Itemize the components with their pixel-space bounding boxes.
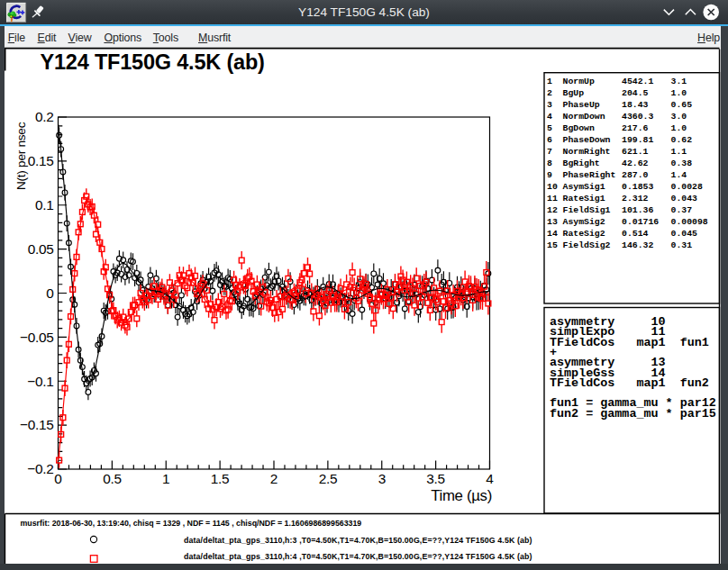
svg-text:RateSig1: RateSig1 xyxy=(563,194,605,204)
svg-text:3.1: 3.1 xyxy=(671,77,687,86)
svg-text:FieldSig2: FieldSig2 xyxy=(563,240,611,250)
svg-text:0.38: 0.38 xyxy=(671,158,693,168)
svg-text:−0.2: −0.2 xyxy=(27,461,53,476)
svg-text:3.5: 3.5 xyxy=(426,471,445,486)
svg-text:6: 6 xyxy=(547,135,552,145)
svg-text:2.312: 2.312 xyxy=(622,194,649,204)
svg-text:FieldSig1: FieldSig1 xyxy=(563,205,611,215)
svg-text:0.62: 0.62 xyxy=(671,135,693,145)
svg-text:4: 4 xyxy=(547,112,552,122)
svg-text:8: 8 xyxy=(547,158,552,168)
svg-text:fun2 = gamma_mu * par15: fun2 = gamma_mu * par15 xyxy=(550,407,716,421)
svg-text:0.045: 0.045 xyxy=(671,229,698,239)
svg-text:0.0028: 0.0028 xyxy=(671,182,703,192)
svg-text:−0.1: −0.1 xyxy=(27,374,53,389)
svg-text:5: 5 xyxy=(547,123,552,133)
svg-text:1: 1 xyxy=(547,77,552,86)
svg-text:146.32: 146.32 xyxy=(622,240,653,250)
svg-text:4: 4 xyxy=(486,471,494,486)
svg-text:0.05: 0.05 xyxy=(28,241,54,257)
svg-text:NormDown: NormDown xyxy=(563,112,605,122)
svg-text:0.37: 0.37 xyxy=(671,205,693,215)
svg-text:1.0: 1.0 xyxy=(671,123,687,133)
svg-text:4542.1: 4542.1 xyxy=(622,77,653,86)
svg-text:12: 12 xyxy=(547,205,558,215)
svg-text:0.1853: 0.1853 xyxy=(622,182,653,192)
svg-text:data/deltat_pta_gps_3110,h:3 ,: data/deltat_pta_gps_3110,h:3 ,T0=4.50K,T… xyxy=(184,536,532,545)
svg-text:Time (µs): Time (µs) xyxy=(431,487,492,504)
svg-text:0.01716: 0.01716 xyxy=(622,217,659,227)
svg-text:4360.3: 4360.3 xyxy=(622,112,653,122)
svg-text:1.4: 1.4 xyxy=(671,170,687,180)
svg-text:1.5: 1.5 xyxy=(211,471,230,486)
svg-text:BgDown: BgDown xyxy=(563,123,595,133)
svg-text:1.1: 1.1 xyxy=(671,147,687,157)
svg-text:3: 3 xyxy=(547,100,552,110)
svg-text:18.43: 18.43 xyxy=(622,100,649,110)
svg-text:BgRight: BgRight xyxy=(563,158,600,168)
svg-text:287.0: 287.0 xyxy=(622,170,649,180)
svg-text:TFieldCos map1 fun1: TFieldCos map1 fun1 xyxy=(550,336,709,349)
svg-text:data/deltat_pta_gps_3110,h:4 ,: data/deltat_pta_gps_3110,h:4 ,T0=4.50K,T… xyxy=(184,552,532,561)
svg-text:10: 10 xyxy=(547,182,558,192)
svg-text:14: 14 xyxy=(547,229,558,239)
svg-text:N(t) per nsec: N(t) per nsec xyxy=(14,122,28,190)
svg-text:2: 2 xyxy=(270,471,278,486)
svg-text:0.2: 0.2 xyxy=(35,109,54,124)
svg-text:13: 13 xyxy=(547,217,558,227)
svg-text:0.00098: 0.00098 xyxy=(671,217,708,227)
svg-text:621.1: 621.1 xyxy=(622,147,649,157)
svg-text:BgUp: BgUp xyxy=(563,88,585,98)
svg-text:3: 3 xyxy=(378,471,386,486)
svg-text:PhaseRight: PhaseRight xyxy=(563,170,616,180)
svg-text:0.1: 0.1 xyxy=(35,197,54,213)
svg-text:101.36: 101.36 xyxy=(622,205,653,215)
svg-text:42.62: 42.62 xyxy=(622,158,649,168)
svg-text:0.15: 0.15 xyxy=(28,153,54,168)
svg-text:199.81: 199.81 xyxy=(622,135,653,145)
svg-text:2: 2 xyxy=(547,88,552,98)
svg-text:0.31: 0.31 xyxy=(671,240,693,250)
svg-text:3.0: 3.0 xyxy=(671,112,687,122)
svg-text:2.5: 2.5 xyxy=(319,471,338,486)
svg-text:musrfit: 2018-06-30, 13:19:40,: musrfit: 2018-06-30, 13:19:40, chisq = 1… xyxy=(21,519,362,528)
svg-text:NormRight: NormRight xyxy=(563,147,611,157)
svg-text:0.65: 0.65 xyxy=(671,100,693,110)
svg-text:217.6: 217.6 xyxy=(622,123,649,133)
svg-text:0.514: 0.514 xyxy=(622,229,649,239)
svg-text:PhaseDown: PhaseDown xyxy=(563,135,611,145)
svg-text:AsymSig2: AsymSig2 xyxy=(563,217,605,227)
svg-text:0: 0 xyxy=(54,471,61,486)
svg-text:1.0: 1.0 xyxy=(671,88,687,98)
svg-text:NormUp: NormUp xyxy=(563,77,595,86)
svg-text:0.043: 0.043 xyxy=(671,194,698,204)
svg-text:1: 1 xyxy=(162,471,169,486)
svg-text:−0.15: −0.15 xyxy=(20,417,53,432)
svg-text:Y124 TF150G 4.5K (ab): Y124 TF150G 4.5K (ab) xyxy=(41,50,265,74)
svg-text:204.5: 204.5 xyxy=(622,88,649,98)
svg-text:RateSig2: RateSig2 xyxy=(563,229,605,239)
svg-text:PhaseUp: PhaseUp xyxy=(563,100,600,110)
svg-text:15: 15 xyxy=(547,240,558,250)
svg-text:7: 7 xyxy=(547,147,552,157)
svg-text:9: 9 xyxy=(547,170,552,180)
svg-text:0: 0 xyxy=(46,285,53,301)
svg-text:AsymSig1: AsymSig1 xyxy=(563,182,605,192)
svg-text:−0.05: −0.05 xyxy=(20,330,53,345)
svg-text:11: 11 xyxy=(547,194,558,204)
svg-text:TFieldCos map1 fun2: TFieldCos map1 fun2 xyxy=(550,376,709,390)
svg-text:0.5: 0.5 xyxy=(103,471,122,486)
